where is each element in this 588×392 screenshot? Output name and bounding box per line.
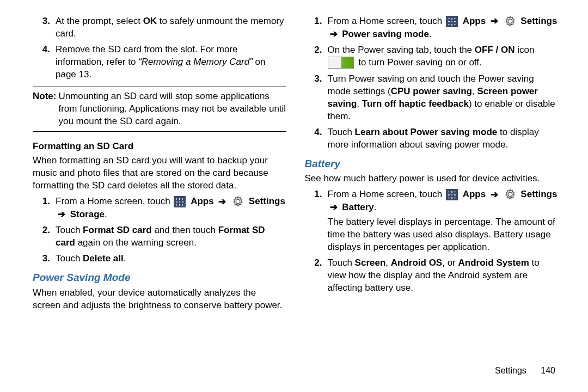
settings-icon	[504, 188, 516, 200]
item-number: 3.	[305, 73, 328, 123]
page-footer: Settings 140	[495, 365, 555, 377]
item-body: From a Home screen, touch Apps ➔ Setting…	[328, 15, 559, 41]
item-body: Touch Screen, Android OS, or Android Sys…	[328, 257, 559, 295]
list-item: 1. From a Home screen, touch Apps ➔ Sett…	[33, 195, 286, 221]
settings-icon	[504, 15, 516, 27]
item-body: From a Home screen, touch Apps ➔ Setting…	[328, 188, 559, 254]
arrow-icon: ➔	[488, 15, 500, 28]
item-number: 3.	[33, 15, 56, 40]
subheading-formatting: Formatting an SD Card	[33, 140, 286, 153]
item-number: 2.	[305, 257, 328, 295]
item-body: Touch Delete all.	[56, 253, 286, 265]
battery-paragraph: See how much battery power is used for d…	[305, 173, 559, 185]
list-item: 2. Touch Format SD card and then touch F…	[33, 224, 286, 249]
item-number: 4.	[33, 44, 56, 81]
list-item: 3. Turn Power saving on and touch the Po…	[305, 73, 559, 123]
item-body: At the prompt, select OK to safely unmou…	[56, 15, 286, 40]
section-heading-battery: Battery	[305, 157, 559, 171]
item-body: Remove the SD card from the slot. For mo…	[56, 44, 286, 81]
right-list-1: 1. From a Home screen, touch Apps ➔ Sett…	[305, 15, 559, 151]
power-saving-paragraph: When enabled, your device automatically …	[33, 287, 286, 312]
item-body: From a Home screen, touch Apps ➔ Setting…	[56, 195, 286, 221]
arrow-icon: ➔	[328, 201, 340, 214]
item-number: 1.	[33, 195, 56, 221]
item-number: 3.	[33, 253, 56, 265]
item-number: 1.	[305, 15, 328, 41]
left-list-1: 3. At the prompt, select OK to safely un…	[33, 15, 286, 81]
apps-icon	[446, 16, 458, 27]
arrow-icon: ➔	[216, 196, 228, 209]
battery-extra-text: The battery level displays in percentage…	[328, 217, 555, 252]
note-body: Unmounting an SD card will stop some app…	[58, 90, 286, 128]
list-item: 3. Touch Delete all.	[33, 253, 286, 265]
list-item: 1. From a Home screen, touch Apps ➔ Sett…	[305, 188, 559, 254]
note-block: Note: Unmounting an SD card will stop so…	[33, 87, 286, 132]
list-item: 1. From a Home screen, touch Apps ➔ Sett…	[305, 15, 559, 41]
item-body: Touch Format SD card and then touch Form…	[56, 224, 286, 249]
item-number: 1.	[305, 188, 328, 254]
item-number: 4.	[305, 126, 328, 151]
settings-icon	[232, 195, 244, 207]
item-body: On the Power saving tab, touch the OFF /…	[328, 44, 559, 70]
list-item: 4. Touch Learn about Power saving mode t…	[305, 126, 559, 151]
arrow-icon: ➔	[56, 209, 68, 221]
apps-icon	[174, 196, 186, 207]
item-body: Touch Learn about Power saving mode to d…	[328, 126, 559, 151]
list-item: 2. Touch Screen, Android OS, or Android …	[305, 257, 559, 295]
right-list-2: 1. From a Home screen, touch Apps ➔ Sett…	[305, 188, 559, 295]
footer-section: Settings	[495, 366, 526, 375]
arrow-icon: ➔	[328, 28, 340, 41]
formatting-paragraph: When formatting an SD card you will want…	[33, 155, 286, 192]
item-body: Turn Power saving on and touch the Power…	[328, 73, 559, 123]
section-heading-power-saving: Power Saving Mode	[33, 271, 286, 285]
list-item: 2. On the Power saving tab, touch the OF…	[305, 44, 559, 70]
left-column: 3. At the prompt, select OK to safely un…	[33, 15, 286, 315]
apps-icon	[446, 189, 458, 200]
item-number: 2.	[305, 44, 328, 70]
list-item: 3. At the prompt, select OK to safely un…	[33, 15, 286, 40]
item-number: 2.	[33, 224, 56, 249]
footer-page-number: 140	[541, 366, 555, 375]
left-list-2: 1. From a Home screen, touch Apps ➔ Sett…	[33, 195, 286, 265]
note-label: Note:	[33, 90, 58, 128]
right-column: 1. From a Home screen, touch Apps ➔ Sett…	[305, 15, 559, 315]
toggle-icon	[328, 57, 354, 69]
arrow-icon: ➔	[488, 189, 500, 201]
list-item: 4. Remove the SD card from the slot. For…	[33, 44, 286, 81]
